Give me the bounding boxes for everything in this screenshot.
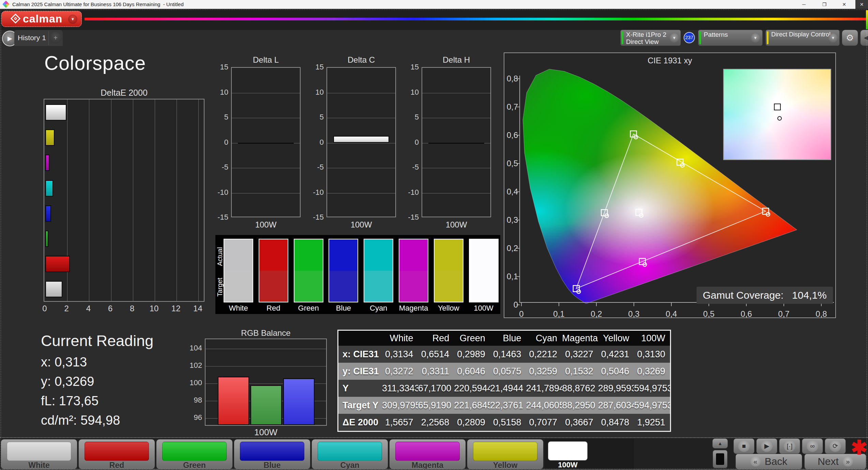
chevron-down-icon[interactable]: ▼ (751, 33, 760, 43)
display-control-dropdown[interactable]: Direct Display Control ▼ (765, 30, 840, 46)
swatch-label: Cyan (361, 304, 396, 313)
tab-history-1[interactable]: History 1 (18, 34, 46, 42)
back-button[interactable]: « Back (735, 454, 802, 469)
axis-tick-label: -15 (305, 213, 324, 222)
table-header-cell: Magenta (562, 333, 598, 344)
axis-tick-label: 10 (146, 304, 163, 313)
rainbow-gradient-bar (85, 18, 868, 20)
axis-tick-label: 8 (124, 304, 141, 313)
table-row: ΔE 20001,56572,25680,28090,51580,70770,3… (338, 414, 670, 431)
rgb-bar-red (218, 377, 249, 425)
axis-tick-label: -5 (209, 163, 228, 172)
deltae-chart-title: DeltaE 2000 (44, 88, 204, 98)
delta-chart-title: Delta H (422, 55, 491, 65)
axis-tick-label: 5 (400, 113, 419, 122)
deltae-bar-white (45, 281, 62, 297)
minimize-button[interactable]: ─ (794, 0, 814, 9)
meter-dropdown[interactable]: X-Rite i1Pro 2 Direct View ▼ (620, 30, 681, 46)
gear-icon[interactable]: ⚙ (842, 30, 858, 46)
display-icon[interactable] (712, 450, 728, 469)
axis-tick-label: 96 (183, 413, 202, 422)
swatch-target (435, 271, 463, 302)
swatch-actual (294, 239, 323, 271)
axis-tick-label: 98 (183, 396, 202, 405)
deltae-bar-cyan (45, 180, 53, 197)
delta-chart-frame (422, 67, 491, 217)
table-cell: 220,5944 (454, 383, 490, 394)
collapse-toolbar-button[interactable]: ◀ (860, 30, 868, 46)
swatch-label: White (221, 304, 256, 313)
tile-label: 100W (545, 460, 591, 469)
swatch-target (294, 271, 323, 302)
calibration-asterisk-icon[interactable]: ✱ (851, 436, 868, 459)
single-measure-button[interactable]: [·] (779, 438, 800, 454)
axis-tick-label: 0,7 (774, 309, 794, 319)
pattern-tile-red[interactable]: Red (78, 439, 155, 469)
gridline (232, 168, 300, 168)
table-cell: 0,4231 (598, 349, 634, 360)
table-cell: 0,3311 (418, 366, 454, 377)
deltae-axis: 02468101214 (44, 304, 214, 314)
meter-count-badge[interactable]: 237 (684, 32, 695, 43)
table-cell: 0,3667 (562, 417, 598, 428)
header: calman ▼ (0, 9, 868, 30)
calman-logo-text: calman (23, 13, 62, 25)
patterns-dropdown[interactable]: Patterns ▼ (698, 30, 763, 46)
loop-measure-button[interactable]: ⟳ (825, 438, 846, 454)
table-header-cell: Blue (490, 333, 526, 344)
gridline (111, 99, 111, 301)
overlay-close-icon[interactable]: ✕ (855, 0, 868, 9)
table-row-label: Target Y (338, 400, 382, 411)
tab-group: History 1 + (14, 30, 63, 46)
page-title: Colorspace (44, 52, 146, 74)
table-cell: 65,9190 (418, 400, 454, 411)
pattern-tile-cyan[interactable]: Cyan (311, 439, 388, 469)
table-row: Y311,334367,1700220,594421,4944241,78948… (338, 380, 670, 397)
pattern-tile-white[interactable]: White (1, 439, 77, 469)
pattern-tile-magenta[interactable]: Magenta (389, 439, 466, 469)
gridline (422, 118, 490, 118)
axis-tick-label: 0,5 (699, 309, 719, 319)
zero-line (238, 143, 294, 144)
pattern-tile-blue[interactable]: Blue (234, 439, 310, 469)
deltae-bar-100w (45, 104, 66, 121)
stop-button[interactable]: ■ (733, 438, 755, 454)
maximize-button[interactable]: ❐ (814, 0, 834, 9)
table-cell: 2,2568 (418, 417, 454, 428)
tile-swatch (548, 441, 588, 460)
swatch-target (329, 271, 357, 302)
axis-tick-label: 14 (189, 304, 206, 313)
swatch-target (259, 271, 288, 302)
swatch-actual (435, 239, 463, 271)
pattern-tile-yellow[interactable]: Yellow (467, 439, 544, 469)
axis-tick-label: 0 (305, 138, 324, 147)
chevron-down-icon[interactable]: ▼ (670, 33, 679, 43)
scroll-up-button[interactable]: ▲ (712, 438, 728, 449)
table-cell: 0,6046 (454, 366, 490, 377)
add-tab-button[interactable]: + (50, 32, 61, 44)
table-cell: 21,4944 (490, 383, 526, 394)
gridline (89, 99, 89, 301)
table-cell: 0,3259 (526, 366, 562, 377)
close-button[interactable]: ✕ (834, 0, 854, 9)
table-row-label: x: CIE31 (338, 349, 382, 360)
continuous-measure-button[interactable]: ∞ (802, 438, 823, 454)
tile-swatch (7, 442, 71, 461)
play-measure-button[interactable]: ▶ (756, 438, 777, 454)
calman-menu-button[interactable]: calman ▼ (1, 11, 82, 27)
pattern-tile-green[interactable]: Green (156, 439, 233, 469)
chevron-down-icon[interactable]: ▼ (828, 33, 838, 43)
table-header-cell: Yellow (598, 333, 634, 344)
app-logo-icon (2, 1, 10, 8)
pattern-tile-100w[interactable]: 100W (545, 439, 634, 469)
gridline (232, 93, 300, 93)
swatch-label: Red (256, 304, 291, 313)
table-cell: 0,5158 (490, 417, 526, 428)
chevron-down-icon[interactable]: ▼ (68, 15, 77, 24)
gridline (177, 99, 177, 301)
rgb-bar-blue (283, 378, 315, 425)
swatch-blue (329, 239, 358, 302)
next-label: Next (818, 456, 839, 467)
gridline (327, 143, 395, 143)
axis-tick-label: 0,6 (736, 309, 757, 319)
